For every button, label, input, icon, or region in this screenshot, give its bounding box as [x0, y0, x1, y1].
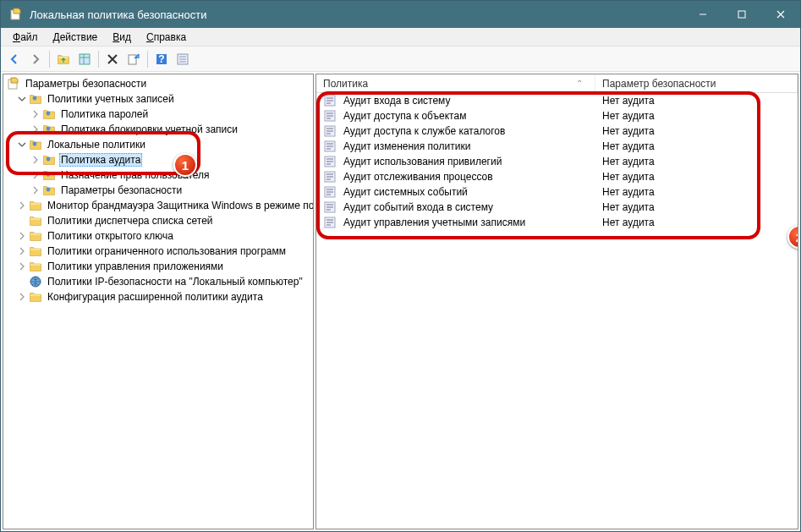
- list-row[interactable]: Аудит доступа к службе каталоговНет ауди…: [316, 123, 798, 139]
- list-header: Политика ⌃ Параметр безопасности: [316, 74, 798, 93]
- chevron-down-icon[interactable]: [17, 140, 27, 150]
- chevron-right-icon[interactable]: [17, 261, 27, 271]
- list-row[interactable]: Аудит использования привилегийНет аудита: [316, 154, 798, 169]
- window-title: Локальная политика безопасности: [30, 8, 683, 21]
- policy-item-icon: [323, 155, 337, 168]
- folder-icon: [29, 199, 42, 212]
- policy-name: Аудит входа в систему: [343, 95, 451, 107]
- delete-button[interactable]: [102, 49, 123, 69]
- tree-item-password-policy[interactable]: Политика паролей: [3, 107, 313, 122]
- folder-icon: [29, 244, 42, 258]
- toolbar-separator: [147, 51, 148, 68]
- chevron-right-icon[interactable]: [30, 109, 41, 119]
- tree-root[interactable]: Параметры безопасности: [3, 76, 313, 91]
- tree-label: Политики открытого ключа: [46, 230, 175, 242]
- tree-item-audit-policy[interactable]: Политика аудита: [3, 152, 313, 167]
- chevron-right-icon[interactable]: [30, 170, 41, 180]
- tree-label: Политика аудита: [59, 153, 142, 167]
- chevron-right-icon[interactable]: [30, 185, 41, 195]
- chevron-down-icon[interactable]: [17, 94, 27, 104]
- column-header-policy[interactable]: Политика ⌃: [316, 74, 595, 92]
- toolbar-separator: [98, 51, 99, 68]
- tree-item-app-control[interactable]: Политики управления приложениями: [3, 259, 313, 274]
- list-row[interactable]: Аудит изменения политикиНет аудита: [316, 139, 798, 154]
- globe-icon: [29, 275, 42, 288]
- tree-item-public-key[interactable]: Политики открытого ключа: [3, 228, 313, 244]
- menu-file[interactable]: Файл: [6, 30, 45, 45]
- tree-item-advanced-audit[interactable]: Конфигурация расширенной политики аудита: [3, 289, 313, 304]
- forward-button[interactable]: [25, 49, 46, 69]
- toolbar-separator: [49, 51, 50, 68]
- tree-label: Конфигурация расширенной политики аудита: [46, 291, 265, 303]
- list-row[interactable]: Аудит доступа к объектамНет аудита: [316, 108, 798, 123]
- tree-item-rights-assignment[interactable]: Назначение прав пользователя: [3, 167, 313, 183]
- chevron-right-icon[interactable]: [30, 124, 41, 134]
- policy-item-icon: [323, 140, 337, 153]
- list-row[interactable]: Аудит системных событийНет аудита: [316, 184, 798, 200]
- panels-button[interactable]: [74, 49, 95, 69]
- tree-item-network-list[interactable]: Политики диспетчера списка сетей: [3, 213, 313, 228]
- root-icon: [7, 77, 20, 90]
- chevron-right-icon[interactable]: [17, 292, 27, 302]
- tree-item-software-restrict[interactable]: Политики ограниченного использования про…: [3, 244, 313, 259]
- column-header-param[interactable]: Параметр безопасности: [595, 74, 798, 92]
- minimize-button[interactable]: [683, 1, 722, 28]
- up-button[interactable]: [53, 49, 74, 69]
- list-pane[interactable]: Политика ⌃ Параметр безопасности Аудит в…: [315, 74, 798, 529]
- svg-rect-8: [738, 11, 745, 18]
- policy-name: Аудит управления учетными записями: [343, 217, 525, 228]
- back-button[interactable]: [4, 49, 25, 69]
- sort-indicator-icon: ⌃: [576, 79, 588, 88]
- tree-label: Политика блокировки учетной записи: [59, 123, 239, 135]
- tree-label: Монитор брандмауэра Защитника Windows в …: [46, 200, 314, 211]
- properties-button[interactable]: [173, 49, 193, 69]
- maximize-button[interactable]: [722, 1, 761, 28]
- menubar: Файл Действие Вид Справка: [1, 28, 800, 47]
- chevron-right-icon[interactable]: [17, 231, 27, 241]
- policy-item-icon: [323, 124, 337, 138]
- policy-item-icon: [323, 170, 337, 184]
- tree-label: Политики диспетчера списка сетей: [46, 215, 215, 227]
- policy-name: Аудит доступа к объектам: [343, 110, 466, 122]
- chevron-right-icon[interactable]: [17, 246, 27, 256]
- list-row[interactable]: Аудит отслеживания процессовНет аудита: [316, 169, 798, 184]
- tree-item-firewall[interactable]: Монитор брандмауэра Защитника Windows в …: [3, 198, 313, 213]
- tree-label: Политики управления приложениями: [46, 261, 225, 272]
- help-button[interactable]: [151, 49, 172, 69]
- tree-item-security-options[interactable]: Параметры безопасности: [3, 183, 313, 198]
- list-row[interactable]: Аудит управления учетными записямиНет ау…: [316, 215, 798, 230]
- policy-param: Нет аудита: [602, 201, 655, 213]
- tree-pane[interactable]: Параметры безопасности Политики учетных …: [3, 74, 314, 529]
- toolbar: [1, 47, 800, 72]
- chevron-right-icon[interactable]: [30, 155, 41, 165]
- policy-param: Нет аудита: [602, 171, 655, 183]
- policy-item-icon: [323, 216, 337, 229]
- tree-item-local-policies[interactable]: Локальные политики: [3, 137, 313, 152]
- folder-icon: [29, 214, 42, 228]
- chevron-right-icon[interactable]: [17, 200, 27, 211]
- list-row[interactable]: Аудит входа в системуНет аудита: [316, 93, 798, 108]
- tree-item-ipsec[interactable]: Политики IP-безопасности на "Локальный к…: [3, 274, 313, 289]
- folder-icon: [29, 138, 42, 151]
- folder-icon: [42, 153, 56, 167]
- close-button[interactable]: [761, 1, 800, 28]
- menu-action[interactable]: Действие: [47, 30, 105, 45]
- policy-name: Аудит изменения политики: [343, 140, 470, 152]
- list-row[interactable]: Аудит событий входа в системуНет аудита: [316, 200, 798, 215]
- policy-item-icon: [323, 200, 337, 214]
- menu-help[interactable]: Справка: [140, 30, 193, 45]
- tree: Параметры безопасности Политики учетных …: [3, 74, 313, 306]
- export-button[interactable]: [123, 49, 144, 69]
- tree-label: Политики ограниченного использования про…: [46, 245, 288, 257]
- policy-param: Нет аудита: [602, 110, 655, 122]
- folder-icon: [42, 168, 56, 182]
- tree-item-lockout-policy[interactable]: Политика блокировки учетной записи: [3, 122, 313, 137]
- tree-label: Параметры безопасности: [59, 184, 184, 196]
- titlebar[interactable]: Локальная политика безопасности: [1, 1, 800, 28]
- policy-name: Аудит событий входа в систему: [343, 201, 493, 213]
- tree-label: Назначение прав пользователя: [59, 169, 211, 181]
- tree-label: Политики учетных записей: [46, 93, 176, 105]
- header-label: Параметр безопасности: [602, 78, 716, 90]
- tree-item-account-policies[interactable]: Политики учетных записей: [3, 91, 313, 107]
- menu-view[interactable]: Вид: [106, 30, 138, 45]
